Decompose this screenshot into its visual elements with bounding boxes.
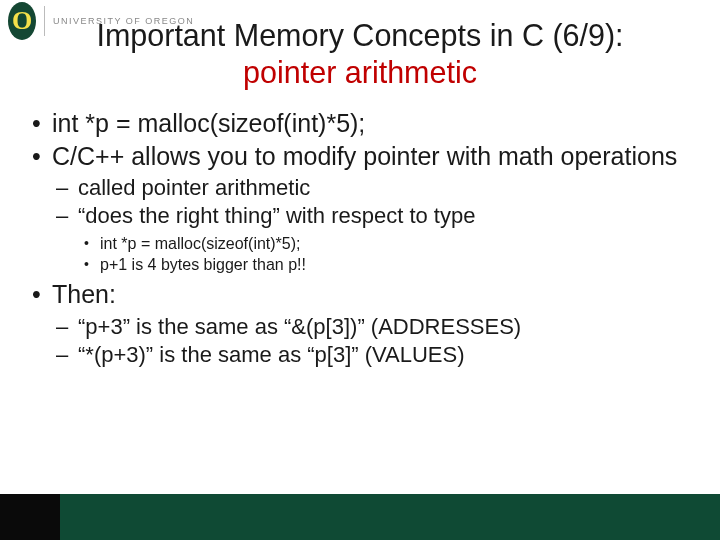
bullet-item: called pointer arithmetic (52, 175, 694, 202)
bullet-item: int *p = malloc(sizeof(int)*5); (26, 108, 694, 139)
university-name: UNIVERSITY OF OREGON (53, 16, 194, 26)
header-logo-area: UNIVERSITY OF OREGON (8, 2, 194, 40)
bullet-list-level3: int *p = malloc(sizeof(int)*5); p+1 is 4… (78, 234, 694, 276)
slide-body: int *p = malloc(sizeof(int)*5); C/C++ al… (0, 90, 720, 368)
title-line-2: pointer arithmetic (0, 55, 720, 90)
bullet-item: “p+3” is the same as “&(p[3])” (ADDRESSE… (52, 314, 694, 341)
bullet-item: Then: “p+3” is the same as “&(p[3])” (AD… (26, 279, 694, 368)
bullet-text: “does the right thing” with respect to t… (78, 203, 475, 228)
bullet-item: “*(p+3)” is the same as “p[3]” (VALUES) (52, 342, 694, 369)
footer-bar (0, 494, 720, 540)
bullet-text: Then: (52, 280, 116, 308)
bullet-list-level2: “p+3” is the same as “&(p[3])” (ADDRESSE… (52, 314, 694, 369)
bullet-item: p+1 is 4 bytes bigger than p!! (78, 255, 694, 276)
bullet-item: C/C++ allows you to modify pointer with … (26, 141, 694, 276)
bullet-list-level1: int *p = malloc(sizeof(int)*5); C/C++ al… (26, 108, 694, 368)
oregon-logo-icon (8, 2, 36, 40)
bullet-list-level2: called pointer arithmetic “does the righ… (52, 175, 694, 275)
bullet-item: int *p = malloc(sizeof(int)*5); (78, 234, 694, 255)
bullet-text: C/C++ allows you to modify pointer with … (52, 142, 677, 170)
logo-divider (44, 6, 45, 36)
bullet-item: “does the right thing” with respect to t… (52, 203, 694, 275)
